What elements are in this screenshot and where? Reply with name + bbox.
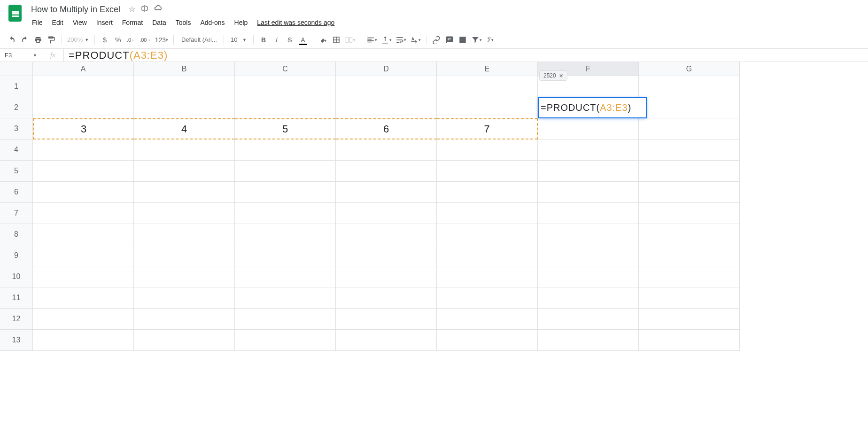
select-all-corner[interactable]	[0, 62, 33, 76]
cell-D11[interactable]	[336, 287, 437, 309]
cell-C5[interactable]	[235, 161, 336, 182]
cloud-status-icon[interactable]	[154, 5, 163, 14]
cell-E5[interactable]	[437, 161, 538, 182]
cell-D3[interactable]: 6	[336, 118, 437, 139]
menu-edit[interactable]: Edit	[48, 17, 67, 28]
cell-C11[interactable]	[235, 287, 336, 309]
cell-C2[interactable]	[235, 97, 336, 118]
cell-E9[interactable]	[437, 245, 538, 266]
cell-A3[interactable]: 3	[33, 118, 134, 139]
cell-C4[interactable]	[235, 139, 336, 161]
zoom-select[interactable]: 200%▼	[65, 34, 91, 46]
filter-button[interactable]: ▾	[470, 34, 483, 46]
column-header-A[interactable]: A	[33, 62, 134, 76]
percent-button[interactable]: %	[112, 34, 124, 46]
cell-D1[interactable]	[336, 76, 437, 97]
cell-F10[interactable]	[538, 266, 639, 287]
cell-F8[interactable]	[538, 224, 639, 245]
cell-C3[interactable]: 5	[235, 118, 336, 139]
row-header-7[interactable]: 7	[0, 203, 33, 224]
column-header-G[interactable]: G	[639, 62, 740, 76]
row-header-1[interactable]: 1	[0, 76, 33, 97]
cell-G11[interactable]	[639, 287, 740, 309]
cell-D12[interactable]	[336, 309, 437, 330]
strikethrough-button[interactable]: S	[284, 34, 296, 46]
row-header-10[interactable]: 10	[0, 266, 33, 287]
number-format-select[interactable]: 123▾	[154, 34, 170, 46]
bold-button[interactable]: B	[257, 34, 270, 46]
cell-A1[interactable]	[33, 76, 134, 97]
last-edit-link[interactable]: Last edit was seconds ago	[253, 17, 338, 28]
spreadsheet-grid[interactable]: ABCDEFG1233456745678910111213 2520 ✕ =PR…	[0, 62, 868, 351]
cell-D9[interactable]	[336, 245, 437, 266]
row-header-8[interactable]: 8	[0, 224, 33, 245]
cell-B6[interactable]	[134, 182, 235, 203]
undo-button[interactable]	[6, 34, 18, 46]
cell-G1[interactable]	[639, 76, 740, 97]
vertical-align-button[interactable]: ▾	[380, 34, 393, 46]
cell-C13[interactable]	[235, 330, 336, 351]
star-icon[interactable]: ☆	[129, 5, 135, 14]
cell-G9[interactable]	[639, 245, 740, 266]
cell-D10[interactable]	[336, 266, 437, 287]
row-header-5[interactable]: 5	[0, 161, 33, 182]
cell-F7[interactable]	[538, 203, 639, 224]
italic-button[interactable]: I	[271, 34, 283, 46]
menu-help[interactable]: Help	[231, 17, 252, 28]
column-header-D[interactable]: D	[336, 62, 437, 76]
row-header-12[interactable]: 12	[0, 309, 33, 330]
cell-A7[interactable]	[33, 203, 134, 224]
font-select[interactable]: Default (Ari...▼	[178, 34, 220, 46]
column-header-E[interactable]: E	[437, 62, 538, 76]
sheets-logo[interactable]	[6, 4, 24, 23]
cell-A11[interactable]	[33, 287, 134, 309]
cell-G5[interactable]	[639, 161, 740, 182]
cell-E6[interactable]	[437, 182, 538, 203]
cell-B2[interactable]	[134, 97, 235, 118]
cell-E11[interactable]	[437, 287, 538, 309]
active-cell-editor[interactable]: =PRODUCT(A3:E3)	[538, 97, 647, 118]
menu-format[interactable]: Format	[118, 17, 147, 28]
menu-insert[interactable]: Insert	[93, 17, 116, 28]
menu-addons[interactable]: Add-ons	[196, 17, 228, 28]
cell-B5[interactable]	[134, 161, 235, 182]
cell-C10[interactable]	[235, 266, 336, 287]
cell-G12[interactable]	[639, 309, 740, 330]
cell-C9[interactable]	[235, 245, 336, 266]
increase-decimal-button[interactable]: .00→	[138, 34, 152, 46]
cell-F11[interactable]	[538, 287, 639, 309]
cell-E4[interactable]	[437, 139, 538, 161]
cell-F13[interactable]	[538, 330, 639, 351]
cell-G3[interactable]	[639, 118, 740, 139]
cell-A4[interactable]	[33, 139, 134, 161]
row-header-2[interactable]: 2	[0, 97, 33, 118]
borders-button[interactable]	[330, 34, 342, 46]
cell-C12[interactable]	[235, 309, 336, 330]
row-header-13[interactable]: 13	[0, 330, 33, 351]
insert-link-button[interactable]	[430, 34, 442, 46]
cell-B9[interactable]	[134, 245, 235, 266]
cell-A9[interactable]	[33, 245, 134, 266]
cell-B4[interactable]	[134, 139, 235, 161]
fill-color-button[interactable]	[317, 34, 329, 46]
cell-E2[interactable]	[437, 97, 538, 118]
cell-E13[interactable]	[437, 330, 538, 351]
cell-E12[interactable]	[437, 309, 538, 330]
cell-G8[interactable]	[639, 224, 740, 245]
formula-input[interactable]: =PRODUCT(A3:E3)	[64, 49, 868, 62]
text-rotation-button[interactable]: ▾	[409, 34, 422, 46]
move-icon[interactable]	[141, 5, 148, 14]
print-button[interactable]	[32, 34, 44, 46]
cell-B3[interactable]: 4	[134, 118, 235, 139]
text-wrap-button[interactable]: ▾	[394, 34, 408, 46]
cell-F3[interactable]	[538, 118, 639, 139]
cell-D13[interactable]	[336, 330, 437, 351]
cell-G6[interactable]	[639, 182, 740, 203]
cell-B1[interactable]	[134, 76, 235, 97]
document-title[interactable]: How to Multiply in Excel	[28, 4, 123, 15]
cell-B7[interactable]	[134, 203, 235, 224]
cell-A10[interactable]	[33, 266, 134, 287]
decrease-decimal-button[interactable]: .0←	[125, 34, 137, 46]
cell-D2[interactable]	[336, 97, 437, 118]
cell-B12[interactable]	[134, 309, 235, 330]
